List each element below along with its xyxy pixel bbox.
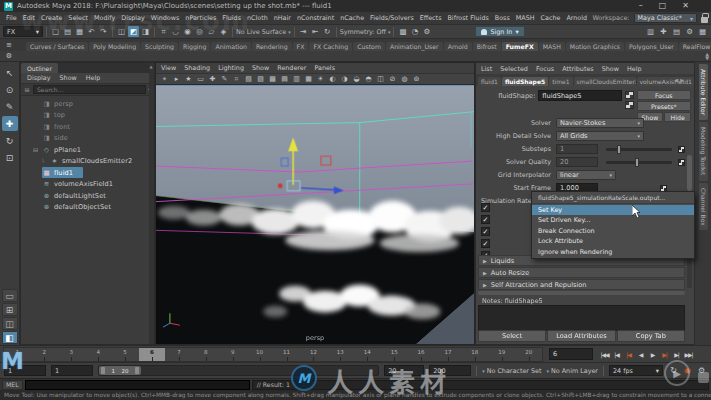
title-bar[interactable]: M Autodesk Maya 2018: F:\Pluralsight\May… [0,0,711,12]
viewport-canvas[interactable]: persp [156,85,474,344]
shelf-tab[interactable]: FX Caching [309,42,352,51]
timeline-frame[interactable]: 13 [327,348,354,361]
menu-item[interactable]: Boss [492,14,513,22]
expander-icon[interactable] [41,158,50,165]
step-forward-key-button[interactable]: ▶| [659,351,670,358]
timeline-frame[interactable]: 18 [461,348,488,361]
outliner-item[interactable]: ≋volumeAxisField1 [21,179,154,191]
ipr-render-icon[interactable]: ◔ [409,26,420,37]
viewport-menu-item[interactable]: Show [252,64,269,72]
default-lighting-icon[interactable]: ☀ [315,74,326,84]
anim-layer-selector[interactable]: ▾No Anim Layer [546,367,598,375]
timeline-frame[interactable]: 16 [408,348,435,361]
output-connections-icon[interactable]: ⇤ [310,26,321,37]
playback-end-field[interactable]: 20 [384,365,424,376]
camera-attributes-icon[interactable]: ▸ [171,74,182,84]
outliner-menu-item[interactable]: Display [27,74,51,82]
menu-item[interactable]: Cache [538,14,564,22]
outliner-item[interactable]: ⊚defaultLightSet [21,190,154,202]
shelf-tab[interactable]: Curves / Surfaces [26,42,88,51]
shelf-tab[interactable]: Poly Modeling [89,42,140,51]
construction-history-icon[interactable]: ↻ [322,26,333,37]
timeline-frame[interactable]: 8 [192,348,219,361]
shelf-tab[interactable]: MASH [539,42,565,51]
attribute-editor-tab[interactable]: fluid1 [478,77,501,86]
maximize-button[interactable]: □ [659,1,667,11]
timeline-frame[interactable]: 6 [139,348,166,361]
grid-icon[interactable]: ⌗ [231,74,242,84]
timeline-frame[interactable]: 9 [219,348,246,361]
select-component-icon[interactable]: ◨ [140,26,151,37]
gate-mask-icon[interactable]: ▩ [267,74,278,84]
sign-in-button[interactable]: Sign In▾ [475,26,524,37]
context-menu-item[interactable]: Break Connection [532,226,694,237]
menu-item[interactable]: nHair [271,14,294,22]
isolate-select-icon[interactable]: ◍ [399,74,410,84]
outliner-item[interactable]: ▦fluid1 [21,167,154,179]
step-back-frame-button[interactable]: |◀ [611,351,622,358]
layout-single-pane-button[interactable]: ▭ [2,289,18,302]
horizontal-scrollbar[interactable] [478,291,685,295]
select-button[interactable]: Select [478,330,546,342]
outliner-menu-item[interactable]: Help [86,74,101,82]
outliner-menu-item[interactable]: Show [60,74,77,82]
context-menu-item[interactable]: Set Driven Key... [532,215,694,226]
attribute-editor-menu-item[interactable]: Selected [500,65,528,73]
shelf-tab[interactable]: RealFlow [679,42,711,51]
sidebar-tab[interactable]: Modeling Toolkit [699,122,708,180]
menu-item[interactable]: Bifrost Fluids [444,14,491,22]
checkbox[interactable]: ✓ [481,239,490,248]
checkbox[interactable]: ✓ [481,227,490,236]
timeline-frame[interactable]: 12 [300,348,327,361]
timeline-frame[interactable]: 20 [515,348,542,361]
timeline-frame[interactable]: 1 [4,348,31,361]
menu-item[interactable]: Display [118,14,148,22]
shelf-tab[interactable]: Animation [211,42,251,51]
timeline-frame[interactable]: 2 [31,348,58,361]
attribute-editor-menu-item[interactable]: Attributes [562,65,594,73]
high-detail-solve-dropdown[interactable]: All Grids▾ [556,131,644,141]
mel-toggle-button[interactable]: MEL [2,380,23,390]
sidebar-tab[interactable]: Attribute Editor [699,64,708,120]
attribute-editor-tab[interactable]: time1 [549,77,572,86]
select-camera-icon[interactable]: ⌖ [159,74,170,84]
scale-tool-button[interactable]: ⊡ [2,150,18,165]
menu-item[interactable]: nConstraint [294,14,337,22]
move-tool-button[interactable]: ✚ [2,116,18,131]
motion-blur-icon[interactable]: ◓ [363,74,374,84]
file-open-icon[interactable]: ▤ [62,26,73,37]
mel-output-field[interactable]: // Result: 1 [252,380,709,390]
menu-item[interactable]: Fluids [219,14,244,22]
tool-settings-toggle-icon[interactable]: ⚙ [684,26,695,37]
presets-button[interactable]: Presets* [637,101,691,111]
attribute-editor-tab[interactable]: volumeAxisField1 [637,77,694,86]
outliner-item[interactable]: ◨top [21,110,154,122]
attribute-editor-toggle-icon[interactable]: ▤ [671,26,682,37]
context-menu-item[interactable]: Lock Attribute [532,236,694,247]
attribute-editor-tab[interactable]: smallCloudsEmitter2 [574,77,636,86]
timeline-frame[interactable]: 19 [488,348,515,361]
mel-input-field[interactable] [25,380,250,390]
lasso-tool-button[interactable]: ⊙ [2,82,18,97]
modeling-toolkit-toggle-icon[interactable]: ▥ [645,26,656,37]
menu-item[interactable]: Edit [20,14,38,22]
menu-item[interactable]: File [3,14,20,22]
viewport-menu-item[interactable]: Shading [184,64,210,72]
viewport-menu-item[interactable]: Lighting [218,64,244,72]
expander-icon[interactable] [33,146,42,153]
menu-item[interactable]: Modify [91,14,118,22]
timeline-frame[interactable]: 3 [58,348,85,361]
undo-icon[interactable]: ↶ [86,26,97,37]
attribute-editor-tab[interactable]: fluidShape5 [502,77,548,86]
shelf-gear-icon[interactable]: ⚙ [4,51,14,60]
shelf-tab[interactable]: Bifrost [473,42,501,51]
go-to-start-button[interactable]: |◀◀ [599,351,610,358]
outliner-item[interactable]: ⊚defaultObjectSet [21,202,154,214]
menu-item[interactable]: Fields/Solvers [367,14,417,22]
shelf-tab[interactable]: Polygons_User [625,42,678,51]
context-menu-item[interactable]: Set Key [532,205,694,216]
menu-item[interactable]: nParticles [182,14,219,22]
outliner-item[interactable]: ◨front [21,121,154,133]
substeps-field[interactable]: 1 [556,144,598,154]
shelf-menu-icon[interactable]: ≡ [4,41,14,50]
